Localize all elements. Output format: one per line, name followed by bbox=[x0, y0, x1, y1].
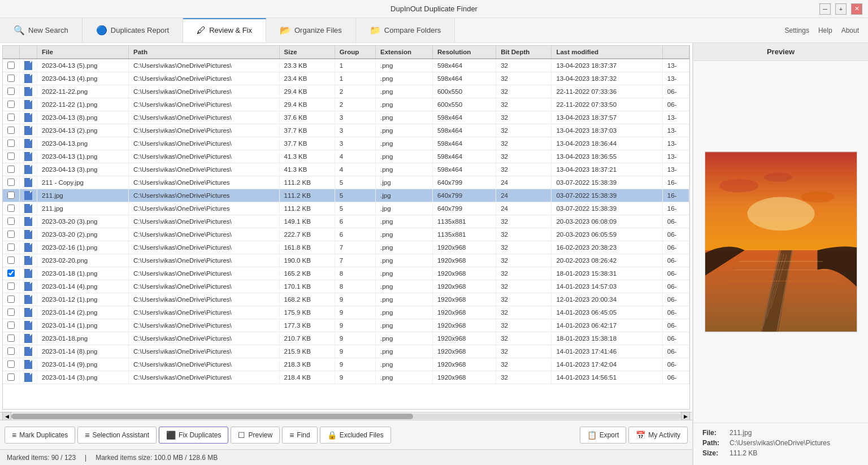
table-row[interactable]: 2023-04-13 (2).pngC:\Users\vikas\OneDriv… bbox=[3, 124, 689, 137]
excluded-files-button[interactable]: 🔒 Excluded Files bbox=[320, 427, 391, 444]
row-checkbox-cell[interactable] bbox=[3, 124, 20, 137]
row-checkbox[interactable] bbox=[7, 192, 15, 199]
col-path[interactable]: Path bbox=[128, 46, 279, 59]
row-checkbox-cell[interactable] bbox=[3, 98, 20, 111]
table-row[interactable]: 2023-04-13 (5).pngC:\Users\vikas\OneDriv… bbox=[3, 59, 689, 72]
tab-organize-files[interactable]: 📂 Organize Files bbox=[266, 18, 356, 42]
maximize-button[interactable]: + bbox=[835, 3, 847, 15]
selection-assistant-button[interactable]: ≡ Selection Assistant bbox=[77, 427, 157, 444]
table-row[interactable]: 2023-04-13 (4).pngC:\Users\vikas\OneDriv… bbox=[3, 72, 689, 85]
about-link[interactable]: About bbox=[841, 27, 859, 34]
col-resolution[interactable]: Resolution bbox=[432, 46, 496, 59]
row-checkbox[interactable] bbox=[7, 127, 15, 134]
table-row[interactable]: 2022-11-22.pngC:\Users\vikas\OneDrive\Pi… bbox=[3, 85, 689, 98]
tab-compare-folders[interactable]: 📁 Compare Folders bbox=[356, 18, 455, 42]
row-checkbox-cell[interactable] bbox=[3, 267, 20, 280]
preview-button[interactable]: ☐ Preview bbox=[231, 427, 280, 444]
table-row[interactable]: 2023-01-12 (1).pngC:\Users\vikas\OneDriv… bbox=[3, 293, 689, 306]
row-checkbox-cell[interactable] bbox=[3, 85, 20, 98]
col-size[interactable]: Size bbox=[279, 46, 335, 59]
row-checkbox-cell[interactable] bbox=[3, 280, 20, 293]
table-row[interactable]: 2023-01-14 (8).pngC:\Users\vikas\OneDriv… bbox=[3, 345, 689, 358]
table-row[interactable]: 211 - Copy.jpgC:\Users\vikas\OneDrive\Pi… bbox=[3, 176, 689, 189]
tab-new-search[interactable]: 🔍 New Search bbox=[0, 18, 83, 42]
table-row[interactable]: 2023-01-18 (1).pngC:\Users\vikas\OneDriv… bbox=[3, 267, 689, 280]
row-checkbox-cell[interactable] bbox=[3, 228, 20, 241]
table-row[interactable]: 2023-01-14 (2).pngC:\Users\vikas\OneDriv… bbox=[3, 306, 689, 319]
row-checkbox-cell[interactable] bbox=[3, 137, 20, 150]
table-row[interactable]: 2023-02-16 (1).pngC:\Users\vikas\OneDriv… bbox=[3, 241, 689, 254]
col-extension[interactable]: Extension bbox=[375, 46, 432, 59]
file-table-container[interactable]: File Path Size Group Extension Resolutio… bbox=[2, 45, 690, 410]
row-checkbox-cell[interactable] bbox=[3, 111, 20, 124]
row-checkbox[interactable] bbox=[7, 347, 15, 355]
row-checkbox[interactable] bbox=[7, 62, 15, 69]
close-button[interactable]: ✕ bbox=[851, 3, 862, 15]
row-checkbox[interactable] bbox=[7, 308, 15, 316]
row-checkbox-cell[interactable] bbox=[3, 254, 20, 267]
row-checkbox[interactable] bbox=[7, 88, 15, 95]
tab-duplicates-report[interactable]: 🔵 Duplicates Report bbox=[83, 18, 183, 42]
my-activity-button[interactable]: 📅 My Activity bbox=[628, 427, 688, 444]
row-checkbox[interactable] bbox=[7, 205, 15, 212]
table-row[interactable]: 211.jpgC:\Users\vikas\OneDrive\Pictures1… bbox=[3, 189, 689, 202]
mark-duplicates-button[interactable]: ≡ Mark Duplicates bbox=[5, 427, 75, 444]
row-checkbox-cell[interactable] bbox=[3, 72, 20, 85]
row-checkbox[interactable] bbox=[7, 179, 15, 186]
row-checkbox-cell[interactable] bbox=[3, 345, 20, 358]
col-modified[interactable]: Last modified bbox=[552, 46, 662, 59]
row-checkbox-cell[interactable] bbox=[3, 215, 20, 228]
row-checkbox[interactable] bbox=[7, 114, 15, 121]
tab-review-fix[interactable]: 🖊 Review & Fix bbox=[183, 18, 266, 42]
table-row[interactable]: 2023-02-20.pngC:\Users\vikas\OneDrive\Pi… bbox=[3, 254, 689, 267]
table-row[interactable]: 2023-01-14 (4).pngC:\Users\vikas\OneDriv… bbox=[3, 280, 689, 293]
row-checkbox[interactable] bbox=[7, 360, 15, 368]
row-checkbox-cell[interactable] bbox=[3, 202, 20, 215]
minimize-button[interactable]: ─ bbox=[819, 3, 831, 15]
row-checkbox-cell[interactable] bbox=[3, 293, 20, 306]
row-checkbox-cell[interactable] bbox=[3, 59, 20, 72]
table-row[interactable]: 2022-11-22 (1).pngC:\Users\vikas\OneDriv… bbox=[3, 98, 689, 111]
row-checkbox[interactable] bbox=[7, 283, 15, 290]
row-checkbox[interactable] bbox=[7, 101, 15, 108]
row-checkbox-cell[interactable] bbox=[3, 241, 20, 254]
row-checkbox-cell[interactable] bbox=[3, 306, 20, 319]
row-checkbox-cell[interactable] bbox=[3, 371, 20, 384]
export-button[interactable]: 📋 Export bbox=[580, 427, 627, 444]
table-row[interactable]: 2023-01-14 (9).pngC:\Users\vikas\OneDriv… bbox=[3, 358, 689, 371]
fix-duplicates-button[interactable]: ⬛ Fix Duplicates bbox=[159, 427, 228, 444]
table-row[interactable]: 2023-04-13.pngC:\Users\vikas\OneDrive\Pi… bbox=[3, 137, 689, 150]
table-row[interactable]: 211.jpgC:\Users\vikas\OneDrive\Pictures1… bbox=[3, 202, 689, 215]
row-checkbox[interactable] bbox=[7, 218, 15, 225]
row-checkbox[interactable] bbox=[7, 75, 15, 82]
table-row[interactable]: 2023-04-13 (3).pngC:\Users\vikas\OneDriv… bbox=[3, 163, 689, 176]
row-checkbox[interactable] bbox=[7, 321, 15, 329]
row-checkbox[interactable] bbox=[7, 166, 15, 173]
row-checkbox[interactable] bbox=[7, 334, 15, 342]
row-checkbox-cell[interactable] bbox=[3, 332, 20, 345]
row-checkbox-cell[interactable] bbox=[3, 319, 20, 332]
table-row[interactable]: 2023-01-14 (3).pngC:\Users\vikas\OneDriv… bbox=[3, 371, 689, 384]
col-bitdepth[interactable]: Bit Depth bbox=[496, 46, 552, 59]
row-checkbox[interactable] bbox=[7, 270, 15, 277]
row-checkbox[interactable] bbox=[7, 140, 15, 147]
horizontal-scrollbar[interactable]: ◀ ▶ bbox=[0, 412, 692, 420]
row-checkbox[interactable] bbox=[7, 153, 15, 160]
table-row[interactable]: 2023-04-13 (8).pngC:\Users\vikas\OneDriv… bbox=[3, 111, 689, 124]
row-checkbox[interactable] bbox=[7, 295, 15, 303]
table-row[interactable]: 2023-04-13 (1).pngC:\Users\vikas\OneDriv… bbox=[3, 150, 689, 163]
row-checkbox-cell[interactable] bbox=[3, 150, 20, 163]
row-checkbox-cell[interactable] bbox=[3, 358, 20, 371]
settings-link[interactable]: Settings bbox=[785, 27, 809, 34]
col-group[interactable]: Group bbox=[335, 46, 375, 59]
row-checkbox[interactable] bbox=[7, 373, 15, 381]
row-checkbox[interactable] bbox=[7, 231, 15, 238]
row-checkbox[interactable] bbox=[7, 257, 15, 264]
col-file[interactable]: File bbox=[37, 46, 129, 59]
h-scrollbar-thumb[interactable] bbox=[11, 414, 413, 419]
table-row[interactable]: 2023-01-14 (1).pngC:\Users\vikas\OneDriv… bbox=[3, 319, 689, 332]
table-row[interactable]: 2023-03-20 (2).pngC:\Users\vikas\OneDriv… bbox=[3, 228, 689, 241]
help-link[interactable]: Help bbox=[818, 27, 832, 34]
find-button[interactable]: ≡ Find bbox=[282, 427, 318, 444]
h-scrollbar-track[interactable] bbox=[11, 414, 681, 419]
